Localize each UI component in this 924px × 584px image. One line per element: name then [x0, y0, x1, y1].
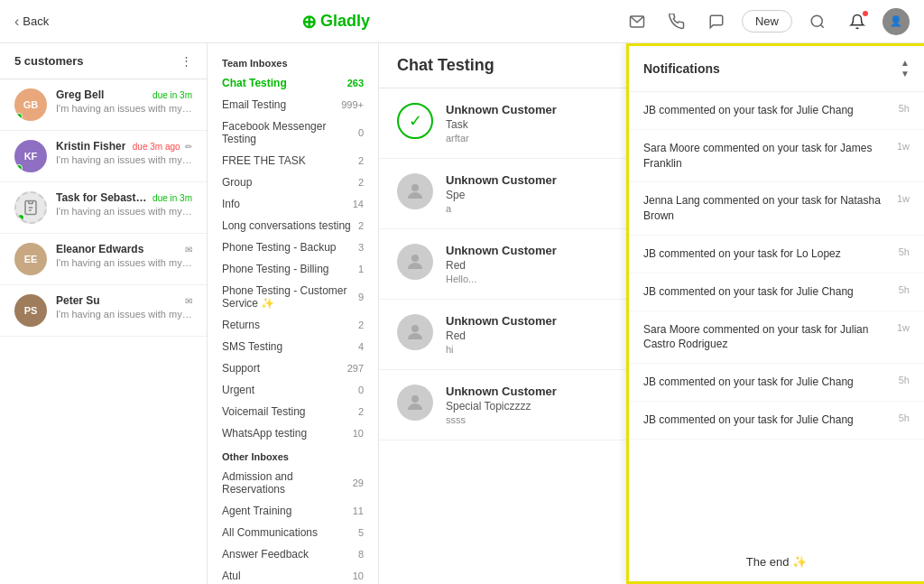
customer-preview: I'm having an issues with my order that … — [56, 309, 192, 320]
chat-panel: Chat Testing NEW 152 ✓ Unknown Customer … — [379, 43, 924, 584]
inbox-item[interactable]: Phone Testing - Customer Service ✨ 9 — [208, 280, 378, 314]
email-icon: ✉ — [185, 245, 192, 255]
inbox-item-count: 10 — [353, 428, 364, 439]
inbox-item-name: Phone Testing - Customer Service ✨ — [222, 284, 358, 310]
notif-item[interactable]: Jenna Lang commented on your task for Na… — [629, 182, 924, 236]
back-button[interactable]: ‹ Back — [14, 14, 49, 30]
user-avatar[interactable]: 👤 — [882, 8, 910, 35]
notif-time: 1w — [897, 322, 910, 333]
inbox-item-count: 1 — [358, 264, 364, 274]
inbox-item[interactable]: Group 2 — [208, 171, 378, 193]
inbox-item[interactable]: SMS Testing 4 — [208, 336, 378, 357]
notif-time: 5h — [899, 413, 910, 423]
notif-text: JB commented on your task for Lo Lopez — [643, 246, 899, 262]
inbox-item[interactable]: Agent Training 11 — [208, 500, 378, 522]
inbox-item-count: 2 — [358, 177, 364, 188]
inbox-item-name: SMS Testing — [222, 340, 282, 353]
inbox-item-name: Urgent — [222, 384, 254, 396]
back-label: Back — [23, 14, 49, 28]
notif-item[interactable]: JB commented on your task for Julie Chan… — [629, 92, 924, 130]
customer-item[interactable]: Task for Sebasta... due in 3m I'm having… — [0, 182, 207, 234]
chat-avatar — [397, 314, 433, 350]
customer-name-row: Kristin Fisher due 3m ago✏ — [56, 140, 192, 153]
team-inbox-list: Chat Testing 263 Email Testing 999+ Face… — [208, 72, 378, 444]
inbox-item-name: Email Testing — [222, 98, 286, 111]
inbox-item[interactable]: Email Testing 999+ — [208, 94, 378, 116]
inbox-item[interactable]: Returns 2 — [208, 314, 378, 336]
svg-point-1 — [811, 15, 822, 26]
customer-item[interactable]: GB Greg Bell due in 3m I'm having an iss… — [0, 79, 207, 131]
notif-item[interactable]: JB commented on your task for Julie Chan… — [629, 273, 924, 311]
inbox-item[interactable]: Phone Testing - Backup 3 — [208, 236, 378, 258]
inbox-item-count: 8 — [358, 549, 364, 560]
customer-name: Greg Bell — [56, 88, 104, 101]
notif-header: Notifications ▲ ▼ — [629, 46, 924, 92]
svg-point-7 — [411, 255, 419, 262]
customers-menu-icon[interactable]: ⋮ — [180, 54, 192, 68]
notif-list: JB commented on your task for Julie Chan… — [629, 92, 924, 542]
notif-title: Notifications — [643, 61, 720, 76]
notif-item[interactable]: JB commented on your task for Lo Lopez 5… — [629, 236, 924, 273]
new-button[interactable]: New — [742, 10, 792, 32]
back-arrow-icon: ‹ — [14, 14, 19, 30]
notif-up-arrow[interactable]: ▲ — [901, 59, 910, 68]
inbox-item[interactable]: Phone Testing - Billing 1 — [208, 258, 378, 280]
customer-name-row: Task for Sebasta... due in 3m — [56, 191, 192, 204]
notif-time: 5h — [899, 246, 910, 257]
other-inbox-list: Admission and Reservations 29 Agent Trai… — [208, 466, 378, 584]
inbox-item[interactable]: Support 297 — [208, 357, 378, 379]
notif-item[interactable]: Sara Moore commented on your task for Ja… — [629, 130, 924, 183]
customer-item[interactable]: EE Eleanor Edwards ✉ I'm having an issue… — [0, 234, 207, 285]
chat-title: Chat Testing — [397, 56, 494, 75]
app-container: ‹ Back ⊕ Gladly New — [0, 0, 924, 584]
inbox-item[interactable]: Chat Testing 263 — [208, 72, 378, 94]
notif-time: 5h — [899, 375, 910, 385]
main-content: 5 customers ⋮ GB Greg Bell due in 3m I'm… — [0, 43, 924, 584]
search-icon[interactable] — [803, 7, 832, 36]
inbox-item[interactable]: FREE THE TASK 2 — [208, 150, 378, 171]
inbox-item[interactable]: Urgent 0 — [208, 379, 378, 401]
inbox-item-name: WhatsApp testing — [222, 427, 307, 440]
mail-icon[interactable] — [623, 7, 651, 36]
inbox-item-name: FREE THE TASK — [222, 154, 306, 167]
inbox-item[interactable]: Answer Feedback 8 — [208, 543, 378, 565]
inbox-item[interactable]: All Communications 5 — [208, 522, 378, 543]
inbox-item-name: Phone Testing - Backup — [222, 241, 337, 254]
svg-rect-3 — [29, 201, 33, 204]
notif-text: JB commented on your task for Julie Chan… — [643, 413, 899, 428]
inbox-item-count: 263 — [347, 78, 364, 88]
chat-icon[interactable] — [702, 7, 731, 36]
inbox-item[interactable]: Atul 10 — [208, 565, 378, 584]
notification-panel: Notifications ▲ ▼ JB commented on your t… — [626, 43, 924, 584]
inbox-item[interactable]: Info 14 — [208, 193, 378, 215]
inbox-item-count: 11 — [353, 505, 364, 516]
inbox-item[interactable]: Facebook Messenger Testing 0 — [208, 116, 378, 150]
notif-time: 5h — [899, 284, 910, 295]
notif-item[interactable]: JB commented on your task for Julie Chan… — [629, 364, 924, 402]
customer-name: Kristin Fisher — [56, 140, 125, 153]
svg-point-9 — [411, 395, 419, 403]
inbox-item-name: Voicemail Testing — [222, 405, 306, 418]
header: ‹ Back ⊕ Gladly New — [0, 0, 924, 43]
notif-item[interactable]: Sara Moore commented on your task for Ju… — [629, 311, 924, 365]
notif-time: 1w — [897, 193, 910, 204]
inbox-item-name: Chat Testing — [222, 77, 287, 89]
inbox-item-name: Info — [222, 198, 240, 210]
customer-info: Greg Bell due in 3m I'm having an issues… — [56, 88, 192, 114]
customer-item[interactable]: PS Peter Su ✉ I'm having an issues with … — [0, 285, 207, 337]
inbox-item[interactable]: Voicemail Testing 2 — [208, 401, 378, 422]
customer-item[interactable]: KF Kristin Fisher due 3m ago✏ I'm having… — [0, 131, 207, 182]
customer-name: Peter Su — [56, 294, 100, 307]
inbox-item-count: 14 — [353, 199, 364, 209]
phone-icon[interactable] — [662, 7, 691, 36]
bell-button[interactable] — [843, 7, 872, 36]
inbox-item[interactable]: Admission and Reservations 29 — [208, 466, 378, 500]
notif-item[interactable]: JB commented on your task for Julie Chan… — [629, 402, 924, 440]
inbox-item-name: Group — [222, 176, 252, 189]
inbox-item[interactable]: WhatsApp testing 10 — [208, 422, 378, 444]
notif-down-arrow[interactable]: ▼ — [901, 70, 910, 79]
inbox-item[interactable]: Long conversations testing 2 — [208, 215, 378, 236]
customer-avatar: EE — [14, 243, 47, 275]
customer-due: due in 3m — [152, 193, 192, 203]
customer-name: Task for Sebasta... — [56, 191, 149, 204]
